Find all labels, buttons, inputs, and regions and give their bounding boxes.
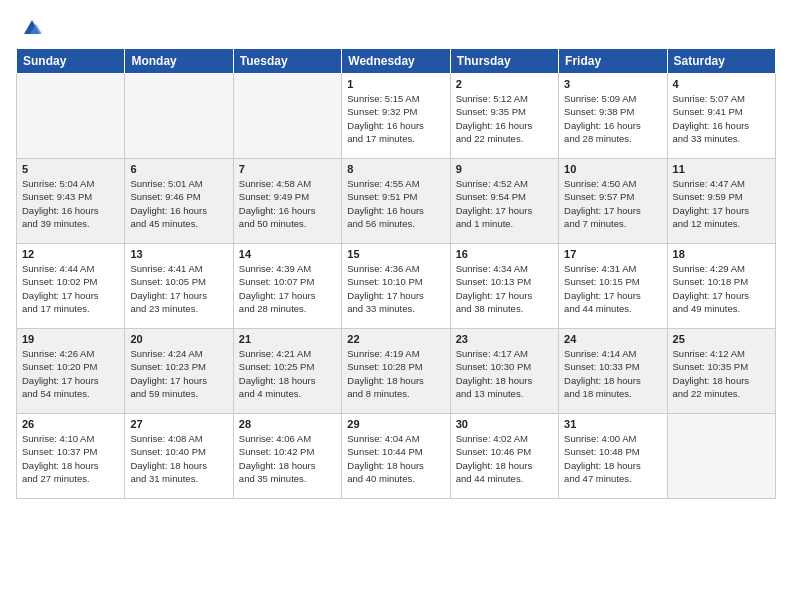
calendar-cell: 10Sunrise: 4:50 AM Sunset: 9:57 PM Dayli… xyxy=(559,159,667,244)
day-number: 21 xyxy=(239,333,336,345)
day-info: Sunrise: 4:04 AM Sunset: 10:44 PM Daylig… xyxy=(347,432,444,485)
day-info: Sunrise: 4:17 AM Sunset: 10:30 PM Daylig… xyxy=(456,347,553,400)
calendar-cell: 7Sunrise: 4:58 AM Sunset: 9:49 PM Daylig… xyxy=(233,159,341,244)
calendar-cell: 20Sunrise: 4:24 AM Sunset: 10:23 PM Dayl… xyxy=(125,329,233,414)
calendar-cell: 2Sunrise: 5:12 AM Sunset: 9:35 PM Daylig… xyxy=(450,74,558,159)
calendar: SundayMondayTuesdayWednesdayThursdayFrid… xyxy=(16,48,776,499)
day-info: Sunrise: 4:31 AM Sunset: 10:15 PM Daylig… xyxy=(564,262,661,315)
day-info: Sunrise: 4:34 AM Sunset: 10:13 PM Daylig… xyxy=(456,262,553,315)
day-info: Sunrise: 4:02 AM Sunset: 10:46 PM Daylig… xyxy=(456,432,553,485)
day-info: Sunrise: 5:12 AM Sunset: 9:35 PM Dayligh… xyxy=(456,92,553,145)
day-number: 17 xyxy=(564,248,661,260)
day-info: Sunrise: 5:07 AM Sunset: 9:41 PM Dayligh… xyxy=(673,92,770,145)
calendar-cell: 18Sunrise: 4:29 AM Sunset: 10:18 PM Dayl… xyxy=(667,244,775,329)
day-number: 26 xyxy=(22,418,119,430)
week-row-2: 5Sunrise: 5:04 AM Sunset: 9:43 PM Daylig… xyxy=(17,159,776,244)
week-row-5: 26Sunrise: 4:10 AM Sunset: 10:37 PM Dayl… xyxy=(17,414,776,499)
calendar-cell xyxy=(667,414,775,499)
day-info: Sunrise: 4:52 AM Sunset: 9:54 PM Dayligh… xyxy=(456,177,553,230)
day-number: 15 xyxy=(347,248,444,260)
calendar-cell: 29Sunrise: 4:04 AM Sunset: 10:44 PM Dayl… xyxy=(342,414,450,499)
calendar-cell: 14Sunrise: 4:39 AM Sunset: 10:07 PM Dayl… xyxy=(233,244,341,329)
calendar-cell: 4Sunrise: 5:07 AM Sunset: 9:41 PM Daylig… xyxy=(667,74,775,159)
day-number: 16 xyxy=(456,248,553,260)
day-number: 14 xyxy=(239,248,336,260)
day-number: 7 xyxy=(239,163,336,175)
day-info: Sunrise: 4:58 AM Sunset: 9:49 PM Dayligh… xyxy=(239,177,336,230)
calendar-cell: 13Sunrise: 4:41 AM Sunset: 10:05 PM Dayl… xyxy=(125,244,233,329)
day-number: 6 xyxy=(130,163,227,175)
week-row-1: 1Sunrise: 5:15 AM Sunset: 9:32 PM Daylig… xyxy=(17,74,776,159)
calendar-cell: 23Sunrise: 4:17 AM Sunset: 10:30 PM Dayl… xyxy=(450,329,558,414)
day-info: Sunrise: 4:36 AM Sunset: 10:10 PM Daylig… xyxy=(347,262,444,315)
day-number: 24 xyxy=(564,333,661,345)
day-number: 11 xyxy=(673,163,770,175)
day-info: Sunrise: 4:06 AM Sunset: 10:42 PM Daylig… xyxy=(239,432,336,485)
week-row-4: 19Sunrise: 4:26 AM Sunset: 10:20 PM Dayl… xyxy=(17,329,776,414)
day-header-saturday: Saturday xyxy=(667,49,775,74)
day-info: Sunrise: 5:09 AM Sunset: 9:38 PM Dayligh… xyxy=(564,92,661,145)
calendar-cell: 24Sunrise: 4:14 AM Sunset: 10:33 PM Dayl… xyxy=(559,329,667,414)
calendar-cell: 9Sunrise: 4:52 AM Sunset: 9:54 PM Daylig… xyxy=(450,159,558,244)
day-number: 1 xyxy=(347,78,444,90)
calendar-cell: 3Sunrise: 5:09 AM Sunset: 9:38 PM Daylig… xyxy=(559,74,667,159)
day-number: 23 xyxy=(456,333,553,345)
day-number: 9 xyxy=(456,163,553,175)
day-info: Sunrise: 4:19 AM Sunset: 10:28 PM Daylig… xyxy=(347,347,444,400)
day-header-thursday: Thursday xyxy=(450,49,558,74)
calendar-cell xyxy=(17,74,125,159)
day-number: 2 xyxy=(456,78,553,90)
calendar-cell: 15Sunrise: 4:36 AM Sunset: 10:10 PM Dayl… xyxy=(342,244,450,329)
day-header-tuesday: Tuesday xyxy=(233,49,341,74)
calendar-header-row: SundayMondayTuesdayWednesdayThursdayFrid… xyxy=(17,49,776,74)
day-info: Sunrise: 4:55 AM Sunset: 9:51 PM Dayligh… xyxy=(347,177,444,230)
day-info: Sunrise: 4:21 AM Sunset: 10:25 PM Daylig… xyxy=(239,347,336,400)
calendar-cell: 11Sunrise: 4:47 AM Sunset: 9:59 PM Dayli… xyxy=(667,159,775,244)
day-number: 12 xyxy=(22,248,119,260)
calendar-cell: 26Sunrise: 4:10 AM Sunset: 10:37 PM Dayl… xyxy=(17,414,125,499)
day-number: 8 xyxy=(347,163,444,175)
day-info: Sunrise: 4:12 AM Sunset: 10:35 PM Daylig… xyxy=(673,347,770,400)
calendar-cell: 28Sunrise: 4:06 AM Sunset: 10:42 PM Dayl… xyxy=(233,414,341,499)
day-info: Sunrise: 5:01 AM Sunset: 9:46 PM Dayligh… xyxy=(130,177,227,230)
day-header-wednesday: Wednesday xyxy=(342,49,450,74)
week-row-3: 12Sunrise: 4:44 AM Sunset: 10:02 PM Dayl… xyxy=(17,244,776,329)
calendar-cell: 16Sunrise: 4:34 AM Sunset: 10:13 PM Dayl… xyxy=(450,244,558,329)
day-number: 29 xyxy=(347,418,444,430)
day-header-monday: Monday xyxy=(125,49,233,74)
day-number: 20 xyxy=(130,333,227,345)
logo xyxy=(16,16,44,40)
logo-icon xyxy=(20,16,44,40)
day-number: 19 xyxy=(22,333,119,345)
calendar-cell: 1Sunrise: 5:15 AM Sunset: 9:32 PM Daylig… xyxy=(342,74,450,159)
day-number: 18 xyxy=(673,248,770,260)
day-info: Sunrise: 4:08 AM Sunset: 10:40 PM Daylig… xyxy=(130,432,227,485)
day-number: 3 xyxy=(564,78,661,90)
day-number: 30 xyxy=(456,418,553,430)
day-number: 28 xyxy=(239,418,336,430)
day-info: Sunrise: 4:29 AM Sunset: 10:18 PM Daylig… xyxy=(673,262,770,315)
day-info: Sunrise: 4:44 AM Sunset: 10:02 PM Daylig… xyxy=(22,262,119,315)
day-header-sunday: Sunday xyxy=(17,49,125,74)
day-info: Sunrise: 4:39 AM Sunset: 10:07 PM Daylig… xyxy=(239,262,336,315)
calendar-cell: 17Sunrise: 4:31 AM Sunset: 10:15 PM Dayl… xyxy=(559,244,667,329)
calendar-cell: 31Sunrise: 4:00 AM Sunset: 10:48 PM Dayl… xyxy=(559,414,667,499)
day-number: 31 xyxy=(564,418,661,430)
day-number: 25 xyxy=(673,333,770,345)
day-info: Sunrise: 5:04 AM Sunset: 9:43 PM Dayligh… xyxy=(22,177,119,230)
day-info: Sunrise: 4:47 AM Sunset: 9:59 PM Dayligh… xyxy=(673,177,770,230)
calendar-cell: 12Sunrise: 4:44 AM Sunset: 10:02 PM Dayl… xyxy=(17,244,125,329)
calendar-cell: 5Sunrise: 5:04 AM Sunset: 9:43 PM Daylig… xyxy=(17,159,125,244)
calendar-cell: 27Sunrise: 4:08 AM Sunset: 10:40 PM Dayl… xyxy=(125,414,233,499)
day-info: Sunrise: 4:26 AM Sunset: 10:20 PM Daylig… xyxy=(22,347,119,400)
day-number: 10 xyxy=(564,163,661,175)
day-info: Sunrise: 4:50 AM Sunset: 9:57 PM Dayligh… xyxy=(564,177,661,230)
calendar-cell: 8Sunrise: 4:55 AM Sunset: 9:51 PM Daylig… xyxy=(342,159,450,244)
calendar-cell: 25Sunrise: 4:12 AM Sunset: 10:35 PM Dayl… xyxy=(667,329,775,414)
day-info: Sunrise: 5:15 AM Sunset: 9:32 PM Dayligh… xyxy=(347,92,444,145)
day-number: 22 xyxy=(347,333,444,345)
calendar-cell: 6Sunrise: 5:01 AM Sunset: 9:46 PM Daylig… xyxy=(125,159,233,244)
calendar-cell: 22Sunrise: 4:19 AM Sunset: 10:28 PM Dayl… xyxy=(342,329,450,414)
day-info: Sunrise: 4:10 AM Sunset: 10:37 PM Daylig… xyxy=(22,432,119,485)
day-info: Sunrise: 4:14 AM Sunset: 10:33 PM Daylig… xyxy=(564,347,661,400)
